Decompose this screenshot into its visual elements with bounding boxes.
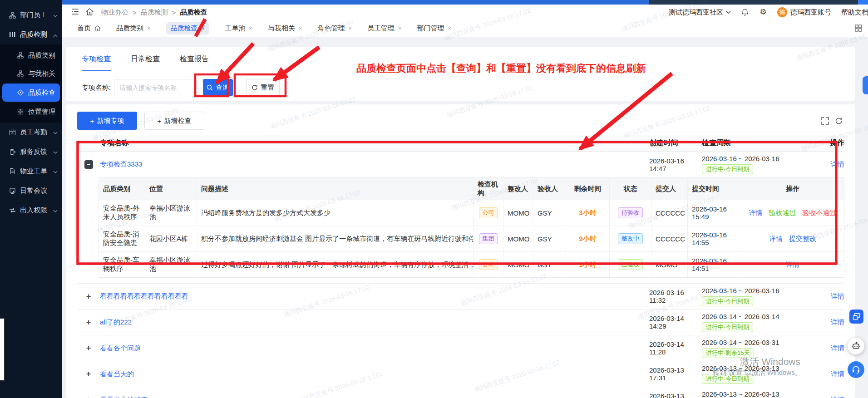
expand-row-button[interactable]: + (86, 318, 91, 327)
issue-sub-table: 品质类别 位置 问题描述 检查机构 整改人 验收人 剩余时间 状态 提交人 提交… (99, 177, 844, 278)
project-name-link[interactable]: 看看看看看看看看看看看看看 (100, 292, 188, 300)
tab-home[interactable]: 首页 (77, 24, 101, 33)
collapse-row-button[interactable]: − (84, 160, 93, 169)
sidebar-item-quality-check[interactable]: 品质检查 (2, 84, 60, 102)
issue-category: 安全品质-外来人员秩序 (99, 200, 145, 226)
subtab-special-check[interactable]: 专项检查 (82, 47, 111, 71)
status-badge: 进行中·今日到期 (702, 296, 753, 306)
bell-icon[interactable] (741, 8, 749, 16)
remaining-time: 1小时 (579, 260, 596, 269)
sidebar-item-daily-meeting[interactable]: 日常会议 (0, 181, 62, 201)
close-icon[interactable]: × (249, 25, 252, 32)
submitter: CCCCCC (651, 226, 688, 251)
chevron-down-icon (53, 206, 58, 214)
remaining-time: 9小时 (579, 235, 596, 243)
plus-icon: + (158, 117, 162, 125)
project-name-link[interactable]: 看看当天的状态 (100, 396, 148, 398)
tab-list-icon[interactable] (855, 25, 862, 33)
tab-quality-check[interactable]: 品质检查× (166, 22, 210, 34)
submit-fix-link[interactable]: 提交整改 (789, 235, 816, 243)
issue-location: 花园小区A栋 (145, 226, 197, 251)
submitter: MOMO (651, 252, 688, 277)
org-tag: 公司 (479, 207, 498, 218)
expand-row-button[interactable]: + (86, 292, 91, 301)
sidebar-item-quality-inspection-group[interactable]: 品质检测 (0, 25, 62, 44)
add-check-button[interactable]: + 新增检查 (144, 112, 204, 130)
floating-assistant-button[interactable] (848, 338, 864, 354)
issue-row: 安全品质-消防安全隐患 花园小区A栋 积分不参加就放房间经济刺激基金 图片显示了… (99, 226, 844, 251)
expand-row-button[interactable]: + (86, 369, 91, 379)
refresh-icon[interactable] (835, 117, 843, 127)
issue-location: 幸福小区游泳池 (145, 252, 197, 277)
grid-icon (17, 108, 24, 115)
project-name-link[interactable]: 看看当天的 (100, 370, 134, 378)
detail-link[interactable]: 详情 (769, 235, 783, 243)
query-button[interactable]: 查询 (203, 79, 233, 96)
search-input[interactable] (114, 79, 197, 96)
sidebar-item-related-to-me[interactable]: 与我相关 (0, 64, 62, 83)
sidebar-item-department-staff[interactable]: 部门员工 (0, 5, 62, 25)
project-name-link[interactable]: 看看各个问题 (100, 344, 141, 352)
accept-pass-link[interactable]: 验收通过 (769, 209, 796, 217)
page-tabs: 首页 品质类别× 品质检查× 工单池× 与我相关× 角色管理× 员工管理× 部门… (62, 20, 868, 37)
detail-link[interactable]: 详情 (786, 260, 799, 269)
reset-button[interactable]: 重置 (246, 79, 280, 96)
issue-description: 冯绍峰服务费地方是的发多少方式大发多少 (197, 200, 473, 226)
help-docs-link[interactable]: 帮助文档《 (841, 8, 868, 17)
background-window-sliver[interactable] (0, 318, 5, 381)
account-menu[interactable]: 德 德玛西亚账号 (777, 7, 831, 17)
diamond-icon (17, 89, 24, 96)
breadcrumb-item[interactable]: 物业办公 (101, 8, 128, 17)
edge-drawer-handle[interactable] (863, 76, 868, 94)
project-name-link[interactable]: all了的222 (100, 318, 132, 326)
floating-chat-button[interactable] (849, 310, 863, 324)
breadcrumb-separator: > (133, 9, 137, 16)
community-selector[interactable]: 测试德玛西亚社区 (669, 8, 731, 17)
sidebar-item-access-permission[interactable]: 出入权限 (0, 201, 62, 220)
home-icon[interactable] (86, 8, 94, 16)
subtab-check-report[interactable]: 检查报告 (180, 47, 209, 71)
detail-link[interactable]: 详情 (831, 396, 844, 398)
subtab-daily-check[interactable]: 日常检查 (131, 47, 160, 71)
refresh-icon (252, 84, 258, 91)
close-icon[interactable]: × (147, 25, 151, 32)
gear-icon[interactable]: ⚙ (759, 8, 767, 16)
detail-link[interactable]: 详情 (831, 292, 844, 300)
detail-link[interactable]: 详情 (831, 160, 844, 168)
status-badge: 进行中·今日到期 (702, 164, 753, 174)
floating-service-button[interactable] (848, 361, 864, 378)
detail-link[interactable]: 详情 (831, 370, 844, 378)
sidebar-item-attendance[interactable]: 员工考勤 (0, 123, 62, 142)
close-icon[interactable]: × (202, 25, 205, 32)
tab-role-management[interactable]: 角色管理× (317, 24, 352, 33)
submitter: CCCCCC (651, 200, 688, 226)
add-special-button[interactable]: + 新增专项 (77, 112, 137, 130)
project-name-link[interactable]: 专项检查3333 (100, 160, 142, 168)
menu-fold-icon[interactable] (71, 8, 79, 16)
tab-work-order-pool[interactable]: 工单池× (225, 24, 252, 33)
col-header-name: 专项名称 (100, 138, 649, 148)
tab-related-to-me[interactable]: 与我相关× (268, 24, 302, 33)
sidebar-item-quality-category[interactable]: 品质类别 (0, 46, 62, 64)
sidebar-item-service-feedback[interactable]: 服务反馈 (0, 142, 62, 162)
detail-link[interactable]: 详情 (749, 209, 763, 217)
detail-link[interactable]: 详情 (831, 344, 844, 352)
created-time: 2026-03-13 17:31 (649, 366, 702, 382)
close-icon[interactable]: × (299, 25, 302, 32)
sidebar-item-location-management[interactable]: 位置管理 (0, 103, 62, 121)
sidebar-item-work-order[interactable]: 物业工单 (0, 162, 62, 181)
accept-fail-link[interactable]: 验收不通过 (803, 209, 837, 217)
expand-row-button[interactable]: + (86, 344, 91, 353)
detail-link[interactable]: 详情 (831, 318, 844, 326)
tab-quality-category[interactable]: 品质类别× (116, 24, 151, 33)
close-icon[interactable]: × (448, 25, 452, 32)
close-icon[interactable]: × (348, 25, 352, 32)
expand-row-button[interactable]: + (86, 395, 91, 398)
fullscreen-icon[interactable] (821, 117, 829, 127)
tab-department-management[interactable]: 部门管理× (417, 24, 452, 33)
tab-staff-management[interactable]: 员工管理× (367, 24, 402, 33)
org-chart-icon (9, 12, 16, 19)
close-icon[interactable]: × (398, 25, 402, 32)
breadcrumb-item[interactable]: 品质检测 (141, 8, 168, 17)
org-tag: 公司 (479, 259, 498, 270)
